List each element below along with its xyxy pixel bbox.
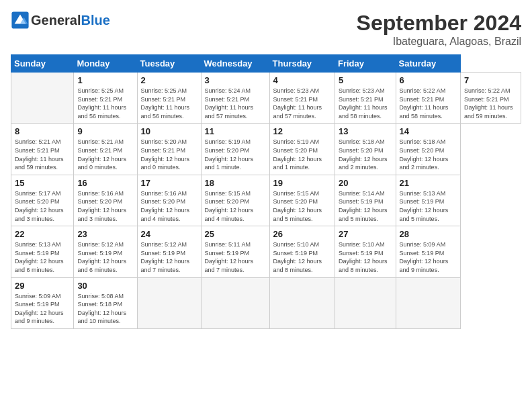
- day-number: 26: [273, 229, 331, 239]
- calendar-cell-empty: [269, 277, 335, 328]
- day-number: 16: [77, 178, 133, 188]
- logo: GeneralBlue: [11, 11, 110, 30]
- calendar-cell: 15Sunrise: 5:17 AM Sunset: 5:20 PM Dayli…: [11, 175, 74, 226]
- calendar-cell: 2Sunrise: 5:25 AM Sunset: 5:21 PM Daylig…: [137, 73, 201, 124]
- calendar-cell-empty: [335, 277, 396, 328]
- day-info: Sunrise: 5:20 AM Sunset: 5:21 PM Dayligh…: [141, 138, 197, 171]
- calendar-cell-empty: [201, 277, 269, 328]
- weekday-header: Sunday: [11, 55, 74, 73]
- day-info: Sunrise: 5:19 AM Sunset: 5:20 PM Dayligh…: [273, 138, 331, 171]
- calendar-cell: 5Sunrise: 5:23 AM Sunset: 5:21 PM Daylig…: [335, 73, 396, 124]
- logo-blue: Blue: [81, 13, 109, 28]
- day-info: Sunrise: 5:13 AM Sunset: 5:19 PM Dayligh…: [15, 240, 70, 274]
- day-info: Sunrise: 5:11 AM Sunset: 5:19 PM Dayligh…: [205, 240, 266, 274]
- calendar-cell-empty: [137, 277, 201, 328]
- day-info: Sunrise: 5:16 AM Sunset: 5:20 PM Dayligh…: [77, 189, 133, 223]
- weekday-header: Thursday: [269, 55, 335, 73]
- day-info: Sunrise: 5:21 AM Sunset: 5:21 PM Dayligh…: [77, 138, 133, 171]
- day-info: Sunrise: 5:25 AM Sunset: 5:21 PM Dayligh…: [141, 87, 197, 120]
- calendar-cell: 22Sunrise: 5:13 AM Sunset: 5:19 PM Dayli…: [11, 226, 74, 277]
- day-number: 10: [141, 126, 197, 136]
- day-number: 5: [339, 75, 392, 85]
- calendar-cell: 27Sunrise: 5:10 AM Sunset: 5:19 PM Dayli…: [335, 226, 396, 277]
- calendar-cell: 20Sunrise: 5:14 AM Sunset: 5:19 PM Dayli…: [335, 175, 396, 226]
- day-number: 14: [400, 126, 457, 136]
- calendar-cell: 30Sunrise: 5:08 AM Sunset: 5:18 PM Dayli…: [74, 277, 137, 328]
- day-info: Sunrise: 5:15 AM Sunset: 5:20 PM Dayligh…: [273, 189, 331, 223]
- day-number: 18: [205, 178, 266, 188]
- calendar-cell: 21Sunrise: 5:13 AM Sunset: 5:19 PM Dayli…: [396, 175, 460, 226]
- location-title: Ibateguara, Alagoas, Brazil: [357, 36, 521, 48]
- calendar-week-row: 15Sunrise: 5:17 AM Sunset: 5:20 PM Dayli…: [11, 175, 521, 226]
- logo-general: General: [31, 13, 81, 28]
- header: GeneralBlue September 2024 Ibateguara, A…: [11, 11, 521, 48]
- day-info: Sunrise: 5:16 AM Sunset: 5:20 PM Dayligh…: [141, 189, 197, 223]
- calendar-cell-empty: [11, 73, 74, 124]
- day-info: Sunrise: 5:10 AM Sunset: 5:19 PM Dayligh…: [273, 240, 331, 274]
- day-number: 13: [339, 126, 392, 136]
- day-number: 4: [273, 75, 331, 85]
- day-info: Sunrise: 5:19 AM Sunset: 5:20 PM Dayligh…: [205, 138, 266, 171]
- calendar-week-row: 1Sunrise: 5:25 AM Sunset: 5:21 PM Daylig…: [11, 73, 521, 124]
- day-number: 9: [77, 126, 133, 136]
- weekday-header: Monday: [74, 55, 137, 73]
- day-number: 21: [400, 178, 457, 188]
- day-info: Sunrise: 5:22 AM Sunset: 5:21 PM Dayligh…: [400, 87, 457, 120]
- calendar-cell-empty: [396, 277, 460, 328]
- calendar-cell: 18Sunrise: 5:15 AM Sunset: 5:20 PM Dayli…: [201, 175, 269, 226]
- day-info: Sunrise: 5:22 AM Sunset: 5:21 PM Dayligh…: [464, 87, 517, 120]
- day-number: 8: [15, 126, 70, 136]
- calendar-cell: 10Sunrise: 5:20 AM Sunset: 5:21 PM Dayli…: [137, 124, 201, 175]
- day-number: 17: [141, 178, 197, 188]
- day-info: Sunrise: 5:18 AM Sunset: 5:20 PM Dayligh…: [339, 138, 392, 171]
- day-number: 24: [141, 229, 197, 239]
- day-number: 15: [15, 178, 70, 188]
- calendar-cell: 16Sunrise: 5:16 AM Sunset: 5:20 PM Dayli…: [74, 175, 137, 226]
- calendar-cell: 4Sunrise: 5:23 AM Sunset: 5:21 PM Daylig…: [269, 73, 335, 124]
- calendar-cell: 6Sunrise: 5:22 AM Sunset: 5:21 PM Daylig…: [396, 73, 460, 124]
- title-block: September 2024 Ibateguara, Alagoas, Braz…: [357, 11, 521, 48]
- day-info: Sunrise: 5:23 AM Sunset: 5:21 PM Dayligh…: [273, 87, 331, 120]
- day-number: 11: [205, 126, 266, 136]
- weekday-header: Friday: [335, 55, 396, 73]
- logo-text: GeneralBlue: [31, 13, 110, 27]
- day-number: 1: [77, 75, 133, 85]
- day-info: Sunrise: 5:23 AM Sunset: 5:21 PM Dayligh…: [339, 87, 392, 120]
- calendar-header-row: SundayMondayTuesdayWednesdayThursdayFrid…: [11, 55, 521, 73]
- calendar-cell: 25Sunrise: 5:11 AM Sunset: 5:19 PM Dayli…: [201, 226, 269, 277]
- calendar-cell: 3Sunrise: 5:24 AM Sunset: 5:21 PM Daylig…: [201, 73, 269, 124]
- calendar-cell: 11Sunrise: 5:19 AM Sunset: 5:20 PM Dayli…: [201, 124, 269, 175]
- day-number: 6: [400, 75, 457, 85]
- calendar-cell: 19Sunrise: 5:15 AM Sunset: 5:20 PM Dayli…: [269, 175, 335, 226]
- day-info: Sunrise: 5:13 AM Sunset: 5:19 PM Dayligh…: [400, 189, 457, 223]
- page: GeneralBlue September 2024 Ibateguara, A…: [0, 0, 532, 411]
- day-info: Sunrise: 5:25 AM Sunset: 5:21 PM Dayligh…: [77, 87, 133, 120]
- day-number: 7: [464, 75, 517, 85]
- month-title: September 2024: [357, 11, 521, 36]
- calendar-cell: 9Sunrise: 5:21 AM Sunset: 5:21 PM Daylig…: [74, 124, 137, 175]
- day-number: 28: [400, 229, 457, 239]
- day-number: 23: [77, 229, 133, 239]
- calendar-cell: 13Sunrise: 5:18 AM Sunset: 5:20 PM Dayli…: [335, 124, 396, 175]
- calendar-week-row: 29Sunrise: 5:09 AM Sunset: 5:19 PM Dayli…: [11, 277, 521, 328]
- calendar-cell: 12Sunrise: 5:19 AM Sunset: 5:20 PM Dayli…: [269, 124, 335, 175]
- day-info: Sunrise: 5:09 AM Sunset: 5:19 PM Dayligh…: [15, 292, 70, 326]
- day-number: 2: [141, 75, 197, 85]
- day-number: 3: [205, 75, 266, 85]
- day-info: Sunrise: 5:17 AM Sunset: 5:20 PM Dayligh…: [15, 189, 70, 223]
- calendar-cell: 24Sunrise: 5:12 AM Sunset: 5:19 PM Dayli…: [137, 226, 201, 277]
- day-info: Sunrise: 5:12 AM Sunset: 5:19 PM Dayligh…: [141, 240, 197, 274]
- day-number: 27: [339, 229, 392, 239]
- day-number: 22: [15, 229, 70, 239]
- logo-icon: [11, 11, 30, 30]
- day-number: 25: [205, 229, 266, 239]
- calendar-cell: 14Sunrise: 5:18 AM Sunset: 5:20 PM Dayli…: [396, 124, 460, 175]
- day-info: Sunrise: 5:15 AM Sunset: 5:20 PM Dayligh…: [205, 189, 266, 223]
- weekday-header: Saturday: [396, 55, 460, 73]
- calendar-cell: 23Sunrise: 5:12 AM Sunset: 5:19 PM Dayli…: [74, 226, 137, 277]
- calendar-cell: 29Sunrise: 5:09 AM Sunset: 5:19 PM Dayli…: [11, 277, 74, 328]
- calendar-cell: 28Sunrise: 5:09 AM Sunset: 5:19 PM Dayli…: [396, 226, 460, 277]
- calendar-week-row: 8Sunrise: 5:21 AM Sunset: 5:21 PM Daylig…: [11, 124, 521, 175]
- day-number: 29: [15, 281, 70, 291]
- day-info: Sunrise: 5:24 AM Sunset: 5:21 PM Dayligh…: [205, 87, 266, 120]
